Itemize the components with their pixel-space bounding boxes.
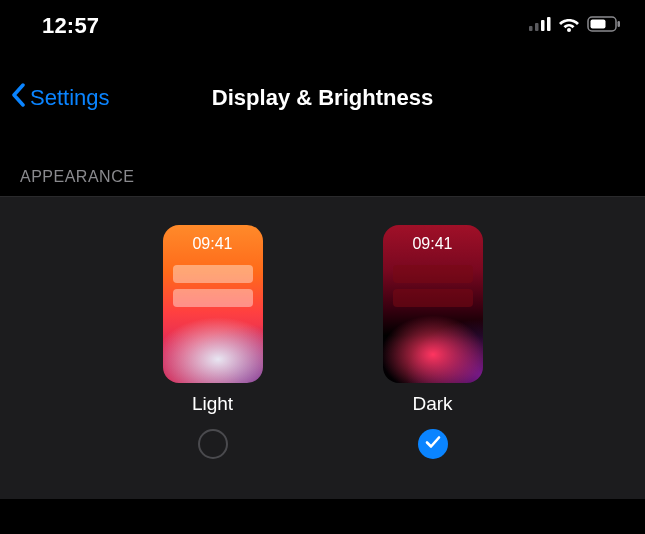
chevron-left-icon — [10, 83, 26, 113]
preview-time: 09:41 — [383, 235, 483, 253]
svg-rect-2 — [541, 20, 545, 31]
preview-notification — [173, 289, 253, 307]
status-indicators — [529, 16, 621, 36]
back-label: Settings — [30, 85, 110, 111]
svg-rect-3 — [547, 17, 551, 31]
appearance-options: 09:41 Light 09:41 Dark — [0, 196, 645, 499]
appearance-radio-dark[interactable] — [418, 429, 448, 459]
preview-notification — [393, 289, 473, 307]
cellular-icon — [529, 17, 551, 35]
battery-icon — [587, 16, 621, 36]
status-bar: 12:57 — [0, 0, 645, 44]
status-time: 12:57 — [42, 13, 99, 39]
appearance-option-light[interactable]: 09:41 Light — [163, 225, 263, 459]
navigation-bar: Settings Display & Brightness — [0, 72, 645, 124]
preview-time: 09:41 — [163, 235, 263, 253]
appearance-preview-light: 09:41 — [163, 225, 263, 383]
preview-notification — [173, 265, 253, 283]
wifi-icon — [558, 16, 580, 36]
svg-rect-7 — [618, 21, 621, 27]
preview-notification — [393, 265, 473, 283]
appearance-label-light: Light — [192, 393, 233, 415]
back-button[interactable]: Settings — [10, 83, 110, 113]
section-header-appearance: APPEARANCE — [0, 124, 645, 196]
svg-point-4 — [567, 28, 571, 32]
svg-rect-1 — [535, 23, 539, 31]
appearance-preview-dark: 09:41 — [383, 225, 483, 383]
page-title: Display & Brightness — [212, 85, 433, 111]
checkmark-icon — [424, 433, 442, 455]
appearance-option-dark[interactable]: 09:41 Dark — [383, 225, 483, 459]
appearance-label-dark: Dark — [412, 393, 452, 415]
svg-rect-0 — [529, 26, 533, 31]
svg-rect-6 — [591, 20, 606, 29]
appearance-radio-light[interactable] — [198, 429, 228, 459]
